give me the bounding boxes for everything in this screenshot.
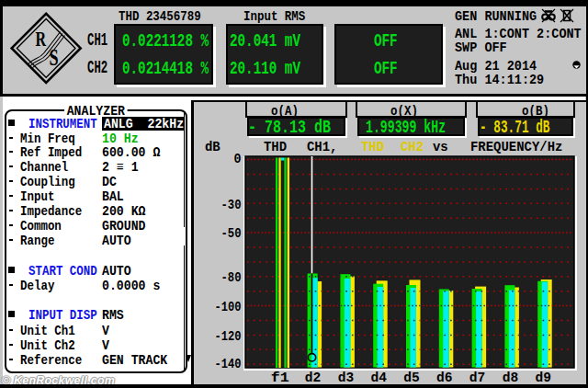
svg-text:R: R (35, 28, 46, 51)
svg-text:-100: -100 (215, 300, 242, 315)
svg-text:d2: d2 (305, 371, 322, 384)
svg-text:d6: d6 (436, 371, 453, 384)
svg-text:d8: d8 (503, 371, 519, 384)
svg-text:-120: -120 (215, 329, 242, 345)
svg-text:d5: d5 (403, 371, 420, 384)
svg-text:S: S (49, 44, 58, 71)
svg-text:d7: d7 (469, 371, 485, 384)
svg-text:-140: -140 (215, 357, 242, 372)
svg-text:d9: d9 (535, 371, 551, 384)
svg-text:0: 0 (234, 152, 242, 167)
svg-text:d3: d3 (338, 371, 355, 384)
svg-text:-30: -30 (221, 198, 242, 213)
svg-text:-80: -80 (221, 270, 242, 286)
svg-text:d4: d4 (370, 371, 387, 384)
svg-text:-50: -50 (221, 226, 242, 242)
svg-text:f1: f1 (271, 371, 289, 384)
